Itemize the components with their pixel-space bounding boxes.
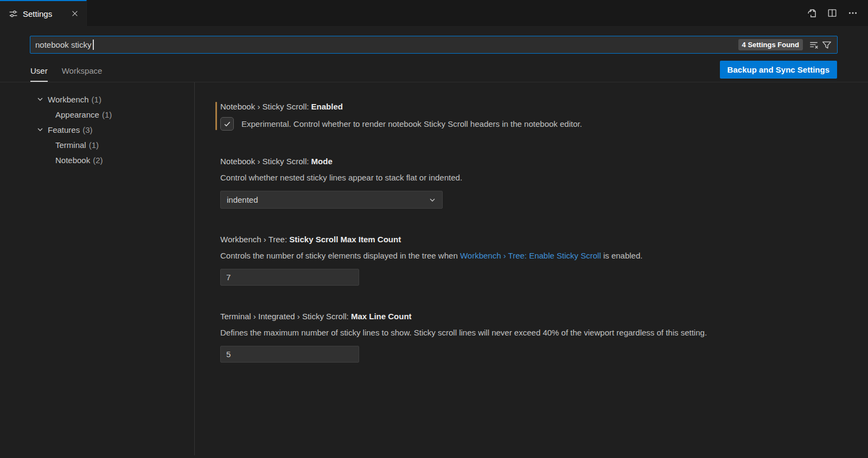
settings-header: notebook sticky 4 Settings Found User Wo… xyxy=(0,26,868,82)
tab-strip: Settings xyxy=(0,0,868,26)
toc-count: (2) xyxy=(93,156,103,165)
open-settings-json-icon[interactable] xyxy=(804,5,819,21)
setting-notebook-sticky-scroll-enabled: Notebook › Sticky Scroll: Enabled Experi… xyxy=(220,101,846,131)
clear-search-icon[interactable] xyxy=(807,38,820,51)
text-caret xyxy=(93,40,94,50)
toc-item-features[interactable]: Features (3) xyxy=(0,122,194,137)
select-value: indented xyxy=(227,195,258,204)
setting-title: Notebook › Sticky Scroll: Mode xyxy=(220,156,846,166)
tab-workspace[interactable]: Workspace xyxy=(62,66,103,82)
filter-icon[interactable] xyxy=(820,38,833,51)
setting-notebook-sticky-scroll-mode: Notebook › Sticky Scroll: Mode Control w… xyxy=(220,156,846,209)
editor-actions xyxy=(804,0,860,26)
setting-tree-sticky-scroll-max-item-count: Workbench › Tree: Sticky Scroll Max Item… xyxy=(220,234,846,286)
scope-tabs: User Workspace Backup and Sync Settings xyxy=(30,61,838,82)
toc-item-appearance[interactable]: Appearance (1) xyxy=(0,107,194,122)
max-item-count-input[interactable] xyxy=(220,269,359,286)
backup-sync-settings-button[interactable]: Backup and Sync Settings xyxy=(720,61,837,79)
toc-count: (1) xyxy=(92,95,101,104)
setting-description: Experimental. Control whether to render … xyxy=(241,119,582,128)
settings-search-input[interactable]: notebook sticky 4 Settings Found xyxy=(30,36,838,54)
toc-count: (3) xyxy=(82,125,92,134)
setting-link-enable-sticky-scroll[interactable]: Workbench › Tree: Enable Sticky Scroll xyxy=(460,251,601,260)
setting-description: Controls the number of sticky elements d… xyxy=(220,250,846,261)
checkbox-checked[interactable] xyxy=(220,117,234,131)
setting-title: Notebook › Sticky Scroll: Enabled xyxy=(220,101,846,112)
settings-sliders-icon xyxy=(9,9,18,18)
chevron-down-icon[interactable] xyxy=(36,125,44,134)
setting-title: Workbench › Tree: Sticky Scroll Max Item… xyxy=(220,234,846,244)
split-editor-icon[interactable] xyxy=(825,5,840,21)
settings-list: Notebook › Sticky Scroll: Enabled Experi… xyxy=(195,82,868,455)
setting-terminal-sticky-scroll-max-line-count: Terminal › Integrated › Sticky Scroll: M… xyxy=(220,311,846,363)
toc-item-terminal[interactable]: Terminal (1) xyxy=(0,137,194,152)
tab-title: Settings xyxy=(23,9,64,18)
setting-title: Terminal › Integrated › Sticky Scroll: M… xyxy=(220,311,846,321)
toc-count: (1) xyxy=(102,110,112,119)
settings-toc: Workbench (1) Appearance (1) Features (3… xyxy=(0,82,194,455)
setting-description: Control whether nested sticky lines appe… xyxy=(220,172,846,183)
close-icon[interactable] xyxy=(69,8,81,20)
results-count-badge: 4 Settings Found xyxy=(738,39,803,50)
search-value: notebook sticky xyxy=(35,40,91,49)
toc-item-notebook[interactable]: Notebook (2) xyxy=(0,152,194,167)
toc-count: (1) xyxy=(89,140,99,150)
tab-settings[interactable]: Settings xyxy=(0,0,87,26)
max-line-count-input[interactable] xyxy=(220,346,359,363)
tab-user[interactable]: User xyxy=(30,66,48,82)
mode-select[interactable]: indented xyxy=(220,191,443,209)
setting-description: Defines the maximum number of sticky lin… xyxy=(220,327,846,338)
chevron-down-icon[interactable] xyxy=(36,95,44,104)
toc-item-workbench[interactable]: Workbench (1) xyxy=(0,92,194,107)
chevron-down-icon xyxy=(428,196,437,204)
more-actions-icon[interactable] xyxy=(845,5,860,21)
